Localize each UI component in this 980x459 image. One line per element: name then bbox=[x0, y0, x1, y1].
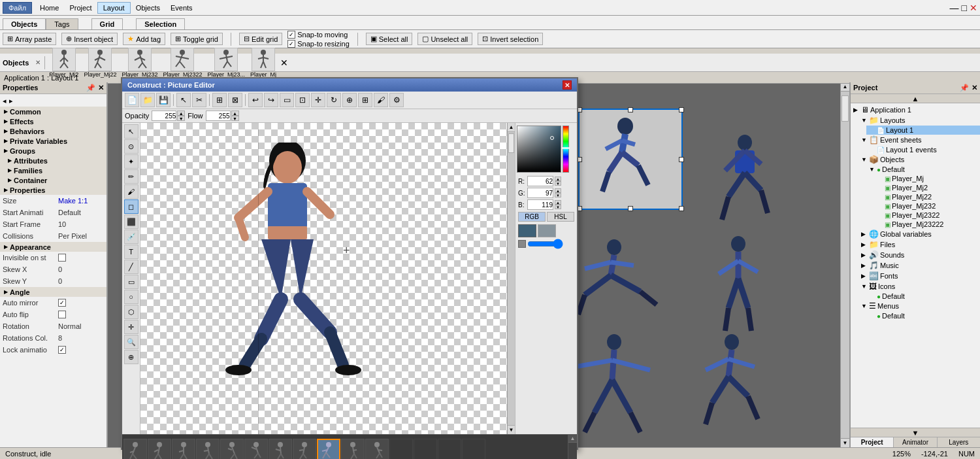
tree-menus-default[interactable]: ● Default bbox=[866, 311, 980, 320]
pe-scroll-thumb-v[interactable] bbox=[508, 133, 514, 153]
close-icon[interactable]: ✕ bbox=[970, 3, 977, 13]
canvas-sprite-6[interactable] bbox=[696, 334, 774, 435]
handle-br[interactable] bbox=[679, 206, 684, 211]
opacity-up-btn[interactable]: ▲ bbox=[177, 110, 185, 116]
g-input[interactable] bbox=[527, 188, 553, 198]
handle-bm[interactable] bbox=[628, 206, 633, 211]
unselect-all-btn[interactable]: ▢ Unselect all bbox=[417, 33, 472, 45]
array-paste-btn[interactable]: ⊞ Array paste bbox=[3, 33, 56, 45]
tree-layout1[interactable]: 📄 Layout 1 bbox=[866, 126, 980, 135]
section-attributes[interactable]: ▸ Attributes bbox=[0, 156, 106, 165]
frame-1[interactable] bbox=[123, 439, 147, 460]
tool-wand[interactable]: ✦ bbox=[124, 154, 139, 169]
lock-anim-checkbox[interactable] bbox=[58, 346, 66, 354]
tool-text[interactable]: T bbox=[124, 245, 139, 259]
section-properties[interactable]: ▸ Properties bbox=[0, 185, 106, 195]
tree-global-vars[interactable]: ▶ 🌐 Global variables bbox=[858, 229, 980, 239]
snap-resizing-check[interactable]: Snap-to resizing bbox=[287, 40, 350, 48]
tool-select[interactable]: ↖ bbox=[124, 124, 139, 139]
pe-settings-btn[interactable]: ⚙ bbox=[389, 93, 404, 107]
pe-new-btn[interactable]: 📄 bbox=[125, 93, 139, 107]
pe-hue-slider[interactable] bbox=[563, 126, 569, 173]
tree-icons-default[interactable]: ● Default bbox=[866, 292, 980, 301]
pe-grid-btn[interactable]: ⊞ bbox=[358, 93, 372, 107]
tool-special[interactable]: ⊕ bbox=[124, 350, 139, 364]
frame-8[interactable] bbox=[293, 439, 316, 460]
fg-swatch[interactable] bbox=[518, 224, 536, 237]
handle-tr[interactable] bbox=[679, 107, 684, 112]
b-up[interactable]: ▲ bbox=[555, 200, 561, 205]
alpha-swatch[interactable] bbox=[518, 240, 526, 248]
select-all-btn[interactable]: ▣ Select all bbox=[366, 33, 413, 45]
pe-close-btn[interactable]: ✕ bbox=[563, 80, 572, 90]
frame-4[interactable] bbox=[196, 439, 220, 460]
pe-hotspot-btn[interactable]: ⊕ bbox=[342, 93, 357, 107]
frame-6[interactable] bbox=[244, 439, 268, 460]
frame-3[interactable] bbox=[172, 439, 195, 460]
frame-2[interactable] bbox=[148, 439, 171, 460]
handle-mr[interactable] bbox=[679, 157, 684, 162]
layout-scrollbar-v[interactable]: ▲ ▼ bbox=[840, 82, 849, 447]
maximize-icon[interactable]: □ bbox=[962, 3, 967, 13]
tool-fill[interactable]: ⬛ bbox=[124, 214, 139, 229]
section-container[interactable]: ▸ Container bbox=[0, 175, 106, 185]
tool-rect[interactable]: ▭ bbox=[124, 275, 139, 289]
strip-scroll-v[interactable]: ▲ ▼ bbox=[568, 435, 577, 459]
sprite-player-mj2322[interactable]: Player_Mj2322 bbox=[163, 48, 202, 78]
tab-project[interactable]: Project bbox=[851, 437, 894, 447]
rgb-mode-btn[interactable]: RGB bbox=[518, 212, 546, 222]
tab-layers[interactable]: Layers bbox=[938, 437, 980, 447]
snap-moving-checkbox[interactable] bbox=[287, 31, 295, 39]
tree-player-mj232[interactable]: ▣ Player_Mj232 bbox=[874, 201, 980, 211]
scrollbar-thumb-v[interactable] bbox=[841, 95, 849, 122]
section-appearance[interactable]: ▸ Appearance bbox=[0, 242, 106, 252]
alpha-slider[interactable] bbox=[527, 241, 563, 247]
pe-undo-btn[interactable]: ↩ bbox=[248, 93, 263, 107]
sprite-player-mj232[interactable]: Player_Mj232 bbox=[122, 48, 157, 78]
frame-10[interactable] bbox=[341, 439, 365, 460]
flow-down-btn[interactable]: ▼ bbox=[231, 116, 239, 121]
sprite-player-mj[interactable]: Player_Mj bbox=[250, 48, 276, 78]
tab-grid[interactable]: Grid bbox=[91, 18, 123, 29]
r-down[interactable]: ▼ bbox=[555, 181, 561, 186]
section-angle[interactable]: ▸ Angle bbox=[0, 287, 106, 297]
invisible-checkbox[interactable] bbox=[58, 254, 66, 262]
project-close-icon[interactable]: ✕ bbox=[972, 84, 977, 92]
tool-eyedropper[interactable]: 💉 bbox=[124, 230, 139, 244]
prop-pin-icon[interactable]: 📌 bbox=[86, 84, 95, 92]
pe-rotate-btn[interactable]: ↻ bbox=[327, 93, 341, 107]
close-objects-x[interactable]: ✕ bbox=[280, 58, 288, 68]
tree-objects[interactable]: ▼ 📦 Objects bbox=[858, 154, 980, 165]
tree-player-mj23222[interactable]: ▣ Player_Mj23222 bbox=[874, 220, 980, 229]
snap-resizing-checkbox[interactable] bbox=[287, 40, 295, 48]
tree-player-mj22[interactable]: ▣ Player_Mj22 bbox=[874, 192, 980, 201]
tree-menus[interactable]: ▼ ☰ Menus bbox=[858, 301, 980, 311]
auto-flip-checkbox[interactable] bbox=[58, 311, 66, 318]
frame-empty-4[interactable] bbox=[462, 439, 485, 460]
canvas-sprite-5[interactable] bbox=[565, 334, 670, 442]
project-scroll-up[interactable]: ▲ bbox=[851, 94, 980, 103]
tool-polygon[interactable]: ⬡ bbox=[124, 305, 139, 319]
tree-player-mj2[interactable]: ▣ Player_Mj2 bbox=[874, 183, 980, 192]
tool-lasso[interactable]: ⊙ bbox=[124, 139, 139, 154]
pe-save-btn[interactable]: 💾 bbox=[156, 93, 171, 107]
pe-crop-btn[interactable]: ✂ bbox=[192, 93, 206, 107]
invert-selection-btn[interactable]: ⊡ Invert selection bbox=[478, 33, 543, 45]
project-menu[interactable]: Project bbox=[64, 3, 97, 13]
tree-default-folder[interactable]: ▼ ● Default bbox=[866, 165, 980, 174]
r-input[interactable] bbox=[527, 176, 553, 186]
toggle-grid-btn[interactable]: ⊞ Toggle grid bbox=[171, 33, 223, 45]
pe-color-gradient[interactable] bbox=[517, 126, 561, 173]
tree-player-mj2322[interactable]: ▣ Player_Mj2322 bbox=[874, 211, 980, 220]
flow-input[interactable] bbox=[206, 110, 231, 121]
project-scroll-down[interactable]: ▼ bbox=[851, 428, 980, 437]
insert-object-btn[interactable]: ⊕ Insert object bbox=[61, 33, 118, 45]
home-menu[interactable]: Home bbox=[35, 3, 64, 13]
sprite-player-mj22[interactable]: Player_Mj22 bbox=[84, 48, 116, 78]
minimize-icon[interactable]: — bbox=[950, 3, 959, 13]
snap-moving-check[interactable]: Snap-to moving bbox=[287, 31, 350, 39]
canvas-sprite-4[interactable] bbox=[702, 236, 781, 341]
tree-player-mj[interactable]: ▣ Player_Mj bbox=[874, 174, 980, 183]
tab-animator[interactable]: Animator bbox=[894, 437, 937, 447]
opacity-input[interactable] bbox=[152, 110, 176, 121]
